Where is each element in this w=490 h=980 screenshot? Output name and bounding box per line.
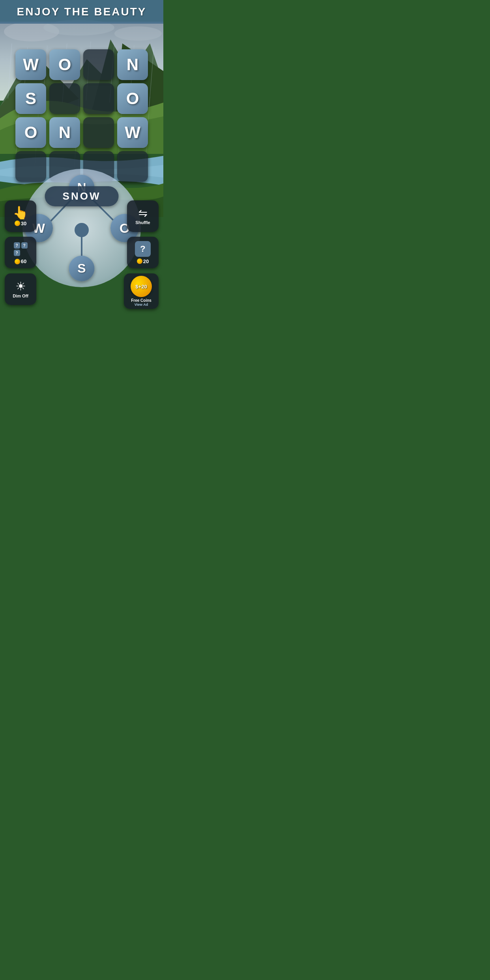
extra-words-button[interactable]: ? ? ? 60 — [5, 237, 36, 268]
extra-words-coin-icon — [15, 259, 20, 264]
tile-empty-r2c2 — [49, 83, 80, 114]
free-coins-circle: $+20 — [131, 276, 152, 297]
reveal-icon: ? — [135, 241, 151, 257]
shuffle-button[interactable]: ⇌ Shuffle — [127, 200, 159, 232]
reveal-cost: 20 — [137, 258, 149, 264]
free-coins-amount: $+20 — [135, 284, 147, 290]
dim-button[interactable]: ☀ Dim Off — [5, 273, 36, 305]
header-title: ENJOY THE BEAUTY — [17, 6, 146, 18]
reveal-coin-icon — [137, 258, 142, 264]
tile-O-r3c1[interactable]: O — [15, 117, 46, 148]
hint-cost: 30 — [15, 221, 26, 226]
extra-words-coin-count: 60 — [21, 258, 26, 264]
free-coins-sublabel: View Ad — [135, 303, 148, 307]
tile-S-r2c1[interactable]: S — [15, 83, 46, 114]
tile-W-r3c4[interactable]: W — [117, 117, 148, 148]
tile-W-r1c1[interactable]: W — [15, 49, 46, 80]
dim-label: Dim Off — [13, 294, 28, 298]
hint-coin-count: 30 — [21, 221, 26, 226]
reveal-button[interactable]: ? 20 — [127, 237, 159, 268]
tile-empty-r2c3 — [83, 83, 114, 114]
tile-O-r2c4[interactable]: O — [117, 83, 148, 114]
reveal-coin-count: 20 — [143, 258, 149, 264]
tile-empty-r3c3 — [83, 117, 114, 148]
extra-words-cost: 60 — [15, 258, 26, 264]
tile-N-r3c2[interactable]: N — [49, 117, 80, 148]
free-coins-label: Free Coins — [131, 298, 151, 303]
tile-O-r1c2[interactable]: O — [49, 49, 80, 80]
hint-coin-icon — [15, 221, 20, 226]
word-display: SNOW — [45, 186, 119, 206]
tile-N-r1c4[interactable]: N — [117, 49, 148, 80]
dim-icon: ☀ — [15, 281, 26, 292]
current-word: SNOW — [63, 190, 101, 202]
svg-point-2 — [114, 26, 162, 41]
free-coins-button[interactable]: $+20 Free Coins View Ad — [124, 273, 159, 309]
hint-button[interactable]: 👆 30 — [5, 200, 36, 232]
shuffle-icon: ⇌ — [138, 208, 148, 219]
tiles-grid: W O N S O O N W — [15, 49, 148, 182]
shuffle-label: Shuffle — [135, 220, 150, 225]
extra-words-icon: ? ? ? — [12, 241, 29, 258]
header: ENJOY THE BEAUTY — [0, 0, 163, 24]
wheel-letter-S[interactable]: S — [69, 256, 95, 281]
hint-icon: 👆 — [13, 206, 28, 219]
tile-empty-r1c3 — [83, 49, 114, 80]
